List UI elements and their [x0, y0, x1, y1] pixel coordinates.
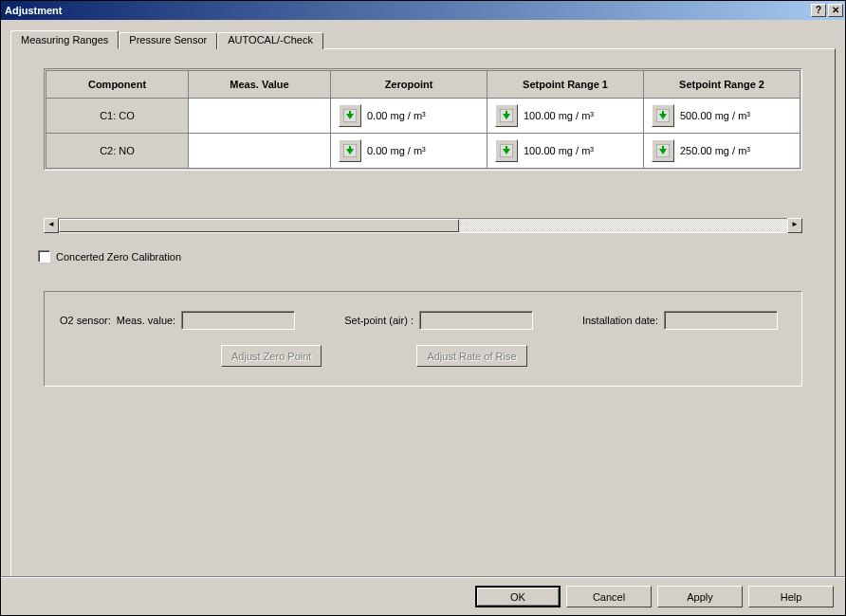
tab-autocal-check[interactable]: AUTOCAL/-Check — [217, 32, 323, 49]
setpoint2-cell: 250.00 mg / m³ — [644, 134, 800, 169]
calibrate-setpoint1-button[interactable] — [495, 139, 518, 162]
adjust-rate-of-rise-button[interactable]: Adjust Rate of Rise — [416, 345, 526, 367]
setpoint2-value: 250.00 mg / m³ — [680, 145, 750, 156]
download-arrow-icon — [656, 144, 670, 157]
download-arrow-icon — [343, 109, 357, 122]
download-arrow-icon — [500, 144, 513, 157]
download-arrow-icon — [656, 109, 670, 122]
scroll-thumb[interactable] — [59, 219, 459, 232]
o2-setpoint-field[interactable] — [419, 311, 533, 330]
svg-rect-8 — [662, 111, 664, 115]
zeropoint-value: 0.00 mg / m³ — [367, 110, 426, 121]
concerted-zero-checkbox[interactable] — [38, 250, 50, 263]
col-meas-value: Meas. Value — [189, 71, 331, 99]
adjust-zero-point-button[interactable]: Adjust Zero Point — [221, 345, 322, 367]
close-titlebar-button[interactable]: ✕ — [828, 4, 843, 17]
o2-sensor-label: O2 sensor: — [60, 315, 111, 326]
setpoint1-value: 100.00 mg / m³ — [524, 145, 594, 156]
svg-rect-11 — [349, 146, 351, 150]
horizontal-scrollbar[interactable]: ◄ ► — [44, 218, 802, 233]
col-zeropoint: Zeropoint — [331, 71, 487, 99]
calibrate-setpoint2-button[interactable] — [652, 139, 674, 162]
o2-fields-row: O2 sensor: Meas. value: Set-point (air) … — [60, 311, 786, 330]
calibrate-zeropoint-button[interactable] — [339, 104, 361, 127]
setpoint1-cell: 100.00 mg / m³ — [487, 134, 644, 169]
setpoint2-value: 500.00 mg / m³ — [680, 110, 750, 121]
calibrate-setpoint1-button[interactable] — [495, 104, 518, 127]
button-label: Help — [781, 591, 802, 603]
ranges-table-container: Component Meas. Value Zeropoint Setpoint… — [44, 68, 802, 171]
o2-install-label: Installation date: — [582, 315, 658, 326]
help-titlebar-button[interactable]: ? — [811, 4, 826, 17]
cancel-button[interactable]: Cancel — [566, 586, 652, 607]
tab-label: Pressure Sensor — [129, 34, 207, 45]
zeropoint-cell: 0.00 mg / m³ — [331, 134, 487, 169]
button-label: Adjust Rate of Rise — [427, 351, 516, 362]
setpoint1-cell: 100.00 mg / m³ — [487, 99, 644, 134]
apply-button[interactable]: Apply — [657, 586, 743, 607]
button-label: Adjust Zero Point — [231, 351, 311, 362]
download-arrow-icon — [500, 109, 513, 122]
setpoint2-cell: 500.00 mg / m³ — [644, 99, 800, 134]
tab-measuring-ranges[interactable]: Measuring Ranges — [10, 30, 119, 49]
tab-panel-measuring-ranges: Component Meas. Value Zeropoint Setpoint… — [10, 48, 836, 577]
meas-value-cell[interactable] — [189, 99, 331, 134]
o2-meas-value-label: Meas. value: — [117, 315, 175, 326]
meas-value-cell[interactable] — [189, 134, 331, 169]
svg-rect-14 — [506, 146, 507, 150]
col-setpoint2: Setpoint Range 2 — [644, 71, 800, 99]
setpoint1-value: 100.00 mg / m³ — [524, 110, 594, 121]
table-row: C1: CO0.00 mg / m³100.00 mg / m³500.00 m… — [46, 99, 800, 134]
tab-pressure-sensor[interactable]: Pressure Sensor — [119, 32, 217, 49]
adjustment-dialog: Adjustment ? ✕ Measuring Ranges Pressure… — [0, 0, 846, 616]
scroll-left-button[interactable]: ◄ — [44, 218, 59, 233]
o2-install-date-field[interactable] — [664, 311, 778, 330]
calibrate-setpoint2-button[interactable] — [652, 104, 674, 127]
svg-rect-5 — [506, 111, 507, 115]
help-button[interactable]: Help — [748, 586, 834, 607]
o2-buttons-row: Adjust Zero Point Adjust Rate of Rise — [221, 345, 786, 367]
concerted-zero-label: Concerted Zero Calibration — [56, 251, 181, 263]
concerted-zero-row: Concerted Zero Calibration — [38, 250, 816, 263]
content-area: Measuring Ranges Pressure Sensor AUTOCAL… — [1, 20, 845, 577]
window-title: Adjustment — [5, 5, 811, 16]
button-label: Cancel — [593, 591, 625, 603]
component-cell: C1: CO — [46, 99, 189, 134]
ranges-table: Component Meas. Value Zeropoint Setpoint… — [46, 70, 800, 169]
tab-label: Measuring Ranges — [21, 34, 108, 45]
tab-strip: Measuring Ranges Pressure Sensor AUTOCAL… — [10, 30, 836, 49]
button-label: Apply — [687, 591, 713, 603]
scroll-track[interactable] — [59, 218, 787, 233]
button-label: OK — [510, 591, 525, 603]
o2-meas-value-field[interactable] — [181, 311, 295, 330]
calibrate-zeropoint-button[interactable] — [339, 139, 361, 162]
svg-rect-17 — [662, 146, 664, 150]
o2-sensor-group: O2 sensor: Meas. value: Set-point (air) … — [44, 291, 802, 387]
titlebar: Adjustment ? ✕ — [1, 1, 845, 20]
dialog-footer: OK Cancel Apply Help — [1, 577, 845, 615]
o2-setpoint-label: Set-point (air) : — [344, 315, 414, 326]
zeropoint-value: 0.00 mg / m³ — [367, 145, 426, 156]
col-component: Component — [46, 71, 189, 99]
component-cell: C2: NO — [46, 134, 189, 169]
svg-rect-2 — [349, 111, 351, 115]
scroll-right-button[interactable]: ► — [787, 218, 802, 233]
col-setpoint1: Setpoint Range 1 — [487, 71, 644, 99]
download-arrow-icon — [343, 144, 357, 157]
table-row: C2: NO0.00 mg / m³100.00 mg / m³250.00 m… — [46, 134, 800, 169]
tab-label: AUTOCAL/-Check — [228, 34, 313, 45]
ok-button[interactable]: OK — [475, 586, 561, 607]
zeropoint-cell: 0.00 mg / m³ — [331, 99, 487, 134]
